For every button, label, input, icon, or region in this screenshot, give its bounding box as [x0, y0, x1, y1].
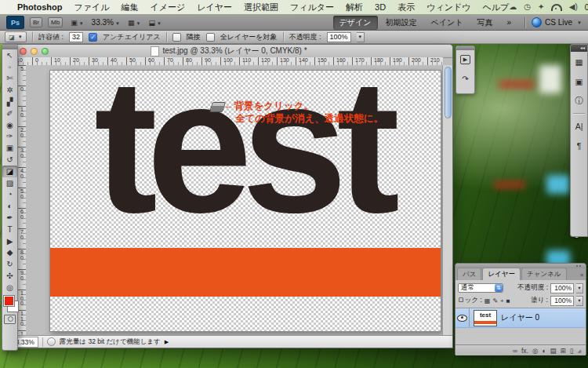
- gradient-tool[interactable]: ▨: [2, 177, 17, 189]
- menu-item-3[interactable]: イメージ: [150, 2, 185, 13]
- workspace-button[interactable]: 初期設定: [379, 16, 423, 30]
- paragraph-panel-icon[interactable]: ¶: [571, 136, 587, 155]
- magic-wand-tool[interactable]: ✲: [2, 84, 17, 96]
- menu-item-6[interactable]: フィルター: [290, 2, 334, 13]
- workspace-button[interactable]: デザイン: [333, 16, 378, 30]
- minimize-button[interactable]: [31, 48, 38, 55]
- lock-paint-icon[interactable]: ✎: [492, 297, 498, 304]
- hand-tool[interactable]: ✣: [2, 270, 17, 282]
- view-extras-icon[interactable]: ▣▼: [71, 19, 83, 27]
- cs-live-button[interactable]: CS Live▼: [532, 17, 582, 27]
- delete-layer-icon[interactable]: ▯: [570, 347, 574, 355]
- type-tool[interactable]: T: [2, 224, 17, 235]
- quick-mask-button[interactable]: [4, 315, 16, 324]
- menu-item-2[interactable]: 編集: [121, 2, 138, 13]
- close-button[interactable]: [20, 48, 27, 55]
- tolerance-input[interactable]: 32: [69, 32, 83, 42]
- zoom-tool[interactable]: ◎: [2, 282, 17, 293]
- layer-opacity-arrow[interactable]: ▼: [576, 283, 583, 293]
- opacity-input[interactable]: 100%: [327, 32, 351, 42]
- tool-preset-picker[interactable]: ◪▼: [5, 31, 27, 42]
- antialias-label[interactable]: アンチエイリアス: [103, 32, 161, 42]
- adjustment-layer-icon[interactable]: ◐: [542, 347, 546, 355]
- workspace-button[interactable]: 写真: [470, 16, 499, 30]
- antialias-checkbox[interactable]: ✓: [89, 33, 97, 42]
- history-brush-tool[interactable]: ↺: [2, 154, 17, 166]
- blur-tool[interactable]: ◔: [2, 189, 17, 201]
- visibility-cell[interactable]: [456, 308, 470, 327]
- arrange-documents-icon[interactable]: ▦▼: [128, 19, 140, 27]
- character-panel-icon[interactable]: A|: [571, 116, 587, 136]
- status-menu-arrow[interactable]: ▶: [165, 339, 169, 345]
- layer-opacity-input[interactable]: 100%: [550, 283, 574, 293]
- fill-arrow[interactable]: ▼: [576, 296, 583, 306]
- pen-tool[interactable]: ✒: [2, 212, 17, 224]
- volume-icon[interactable]: ◀): [569, 3, 578, 11]
- menu-item-1[interactable]: ファイル: [74, 2, 109, 13]
- zoom-button[interactable]: [42, 48, 49, 55]
- eraser-tool[interactable]: ◪: [2, 166, 17, 177]
- scrollbar-thumb[interactable]: [445, 67, 452, 118]
- marquee-tool[interactable]: ▫: [2, 61, 17, 73]
- foreground-color-swatch[interactable]: [4, 296, 14, 306]
- opacity-dropdown-arrow[interactable]: ▼: [357, 32, 365, 42]
- canvas-area[interactable]: test ←背景をクリック。 全ての背景が消え、透過状態に。: [26, 65, 443, 335]
- lock-transparency-icon[interactable]: ▦: [485, 297, 491, 304]
- document-canvas[interactable]: test ←背景をクリック。 全ての背景が消え、透過状態に。: [49, 70, 441, 332]
- menu-item-4[interactable]: レイヤー: [197, 2, 232, 13]
- layer-row[interactable]: test レイヤー 0: [456, 308, 586, 328]
- ps-logo[interactable]: Ps: [6, 16, 24, 29]
- menu-item-5[interactable]: 選択範囲: [244, 2, 278, 13]
- menu-item-9[interactable]: 表示: [397, 2, 415, 13]
- move-tool[interactable]: ↖: [2, 49, 17, 61]
- vertical-scrollbar[interactable]: [442, 65, 452, 335]
- zoom-level-dropdown[interactable]: 33.3%▼: [92, 18, 120, 27]
- brush-tool[interactable]: ✑: [2, 131, 17, 143]
- tab-チャンネル[interactable]: チャンネル: [521, 268, 567, 280]
- contiguous-label[interactable]: 隣接: [187, 32, 201, 42]
- layer-name[interactable]: レイヤー 0: [501, 312, 539, 323]
- document-title-bar[interactable]: test.jpg @ 33.3% (レイヤー 0, CMYK/8) *: [5, 45, 452, 58]
- menu-item-7[interactable]: 解析: [346, 2, 363, 13]
- new-layer-icon[interactable]: ⊞: [561, 347, 566, 355]
- link-layers-icon[interactable]: ∞: [513, 347, 517, 355]
- healing-brush-tool[interactable]: ◉: [2, 119, 17, 131]
- workspace-button[interactable]: ペイント: [425, 16, 470, 30]
- crop-tool[interactable]: ▞: [2, 96, 17, 107]
- eyedropper-tool[interactable]: ✐: [2, 107, 17, 119]
- menu-item-11[interactable]: ヘルプ: [482, 2, 509, 13]
- layer-group-icon[interactable]: ▤: [550, 347, 557, 355]
- styles-panel-icon[interactable]: ▣: [571, 71, 587, 91]
- fill-input[interactable]: 100%: [550, 296, 574, 306]
- panel-menu-icon[interactable]: ≡: [580, 272, 583, 278]
- bridge-button[interactable]: Br: [30, 17, 42, 27]
- fan-icon[interactable]: ✦: [538, 3, 544, 11]
- info-panel-icon[interactable]: ⓘ: [571, 91, 587, 111]
- tab-パス[interactable]: パス: [457, 268, 481, 280]
- cloud-icon[interactable]: ☁: [509, 3, 517, 11]
- clone-stamp-tool[interactable]: ▣: [2, 142, 17, 154]
- rotate-view-tool[interactable]: ↻: [2, 258, 17, 270]
- screen-mode-icon[interactable]: ⬓▼: [148, 19, 161, 27]
- lock-all-icon[interactable]: ■: [506, 297, 510, 304]
- menu-item-8[interactable]: 3D: [375, 2, 386, 12]
- history-panel-icon[interactable]: ↷: [456, 69, 474, 88]
- wifi-icon[interactable]: [551, 4, 561, 11]
- time-machine-icon[interactable]: ◷: [524, 3, 531, 11]
- menu-photoshop[interactable]: Photoshop: [17, 2, 62, 12]
- lasso-tool[interactable]: ✄: [2, 73, 17, 85]
- all-layers-label[interactable]: 全レイヤーを対象: [220, 32, 278, 42]
- desktop-icon-folder[interactable]: [546, 175, 570, 194]
- mini-bridge-button[interactable]: Mb: [48, 17, 63, 27]
- shape-tool[interactable]: ◆: [2, 247, 17, 259]
- blend-mode-select[interactable]: 通常 ⇅: [458, 283, 503, 293]
- layer-thumbnail[interactable]: test: [474, 310, 497, 326]
- contiguous-checkbox[interactable]: [172, 33, 181, 42]
- menu-item-10[interactable]: ウィンドウ: [426, 2, 470, 13]
- lock-position-icon[interactable]: +: [500, 297, 504, 304]
- resize-grip-icon[interactable]: ◢: [577, 348, 581, 353]
- workspace-overflow[interactable]: »: [500, 16, 517, 28]
- layer-style-icon[interactable]: fx.: [521, 347, 528, 355]
- layer-mask-icon[interactable]: ◎: [532, 347, 538, 355]
- tab-レイヤー[interactable]: レイヤー: [482, 268, 521, 280]
